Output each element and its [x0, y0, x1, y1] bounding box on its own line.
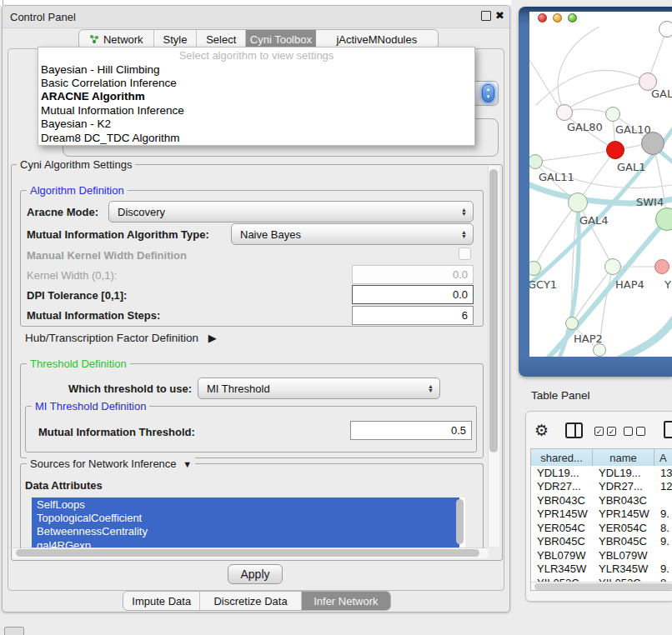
dropdown-item[interactable]: Mutual Information Inference	[38, 103, 474, 117]
list-scrollbar-thumb[interactable]	[456, 499, 464, 544]
table-row[interactable]: YDL19... YDL19... 13	[531, 466, 672, 480]
column-header[interactable]: shared...	[531, 449, 593, 466]
dropdown-item[interactable]: Bayesian - Hill Climbing	[38, 62, 474, 76]
which-threshold-label: Which threshold to use:	[68, 382, 192, 395]
tab-jactivemnodules[interactable]: jActiveMNodules	[316, 30, 438, 48]
network-node-salmon[interactable]	[654, 259, 669, 274]
mi-threshold-field[interactable]: 0.5	[350, 421, 472, 440]
dropdown-item-highlighted[interactable]: ARACNE Algorithm	[38, 90, 474, 103]
list-item-selected[interactable]: SelfLoops	[32, 498, 459, 511]
mi-threshold-label: Mutual Information Threshold:	[38, 426, 195, 438]
tab-cyni-toolbox[interactable]: Cyni Toolbox	[246, 30, 316, 48]
settings-horizontal-scrollbar-thumb[interactable]	[16, 549, 479, 557]
dropdown-item[interactable]: Dream8 DC_TDC Algorithm	[38, 131, 474, 144]
table-row[interactable]: YBR045C YBR045C 9.	[531, 535, 672, 549]
node-label: GAL11	[539, 171, 574, 183]
manual-kernel-width-checkbox[interactable]	[459, 248, 471, 260]
network-node-gal10[interactable]	[605, 107, 620, 122]
data-attributes-list[interactable]: SelfLoops TopologicalCoefficient Between…	[32, 498, 465, 548]
table-row[interactable]: YPR145W YPR145W 9.	[531, 508, 672, 522]
node-label: GCY1	[529, 278, 557, 291]
node-label: GAL	[651, 88, 672, 100]
kernel-width-field[interactable]: 0.0	[352, 265, 474, 284]
network-node-gal80[interactable]	[556, 104, 573, 121]
node-label: SWI4	[636, 196, 664, 208]
table-row[interactable]: YBR043C YBR043C	[531, 493, 672, 508]
dropdown-item[interactable]: Basic Correlation Inference	[38, 76, 474, 89]
node-label: HAP4	[615, 278, 644, 291]
algorithm-definition-title: Algorithm Definition	[27, 184, 128, 197]
which-threshold-combobox[interactable]: MI Threshold ▲▼	[198, 378, 440, 399]
node-label: Y	[664, 278, 671, 291]
table-row[interactable]: YIL052C YIL052C 8	[531, 576, 672, 582]
column-header[interactable]: A	[654, 449, 672, 466]
dropdown-placeholder[interactable]: Select algorithm to view settings	[38, 48, 474, 62]
list-item-selected[interactable]: TopologicalCoefficient	[32, 511, 459, 524]
threshold-definition-title: Threshold Definition	[27, 358, 130, 370]
tab-infer-network[interactable]: Infer Network	[302, 592, 390, 610]
network-node-hap2[interactable]	[565, 317, 579, 330]
columns-icon[interactable]	[565, 422, 583, 438]
combo-stepper-focused[interactable]: ▲▼	[482, 84, 494, 102]
mi-steps-field[interactable]: 6	[352, 306, 474, 325]
tab-discretize-data[interactable]: Discretize Data	[200, 592, 301, 610]
cyni-algorithm-settings-title: Cyni Algorithm Settings	[17, 158, 135, 171]
network-canvas[interactable]: GAL GAL80 GAL10 GAL1 GAL11 GAL4 SWI4 GCY…	[529, 12, 672, 357]
table-row[interactable]: YLR345W YLR345W 9.	[531, 562, 672, 577]
network-node[interactable]	[593, 343, 606, 357]
node-label: HAP2	[574, 332, 603, 345]
mi-algorithm-type-combobox[interactable]: Naive Bayes ▲▼	[231, 223, 474, 245]
settings-vertical-scrollbar-thumb[interactable]	[489, 169, 498, 452]
aracne-mode-label: Aracne Mode:	[27, 206, 98, 218]
network-node-gal4[interactable]	[568, 192, 588, 212]
network-node[interactable]	[659, 21, 672, 38]
network-node-swi4[interactable]	[655, 208, 672, 231]
chevron-up-down-icon: ▲▼	[461, 230, 467, 238]
tab-network-label: Network	[103, 33, 143, 46]
list-item-selected[interactable]: gal4RGexp	[32, 538, 459, 548]
table-body: YDL19... YDL19... 13 YDR27... YDR27... 1…	[531, 466, 672, 582]
node-table: shared... name A YDL19... YDL19... 13 YD…	[530, 448, 672, 591]
tab-impute-data[interactable]: Impute Data	[123, 592, 200, 610]
list-item-selected[interactable]: BetweennessCentrality	[32, 525, 459, 538]
float-icon[interactable]	[481, 11, 491, 21]
select-all-checkboxes-icon[interactable]: ✓✓	[594, 427, 616, 436]
panel-title: Control Panel	[10, 11, 76, 23]
node-label: GAL4	[579, 214, 608, 227]
hub-definition-toggle[interactable]: Hub/Transcription Factor Definition ▶	[25, 332, 217, 344]
node-label: GAL80	[567, 121, 603, 133]
file-icon[interactable]	[664, 421, 672, 438]
aracne-mode-combobox[interactable]: Discovery ▲▼	[108, 201, 474, 222]
sources-title[interactable]: Sources for Network Inference ▼	[27, 458, 195, 470]
network-node-hap4[interactable]	[604, 258, 621, 275]
cyni-mode-tabs: Impute Data Discretize Data Infer Networ…	[123, 591, 391, 611]
table-row[interactable]: YDR27... YDR27... 12	[531, 480, 672, 494]
table-horizontal-scrollbar-thumb[interactable]	[534, 583, 672, 590]
network-icon	[89, 34, 99, 44]
chevron-up-down-icon: ▲▼	[483, 86, 494, 101]
column-header[interactable]: name	[593, 449, 654, 466]
gear-icon[interactable]: ⚙	[534, 421, 549, 440]
minimized-panel-icon[interactable]	[4, 627, 24, 635]
kernel-width-label: Kernel Width (0,1):	[27, 269, 117, 282]
table-row[interactable]: YBL079W YBL079W	[531, 548, 672, 562]
manual-kernel-width-label: Manual Kernel Width Definition	[27, 249, 187, 262]
table-row[interactable]: YER054C YER054C 8.	[531, 521, 672, 535]
dpi-tolerance-label: DPI Tolerance [0,1]:	[27, 289, 127, 302]
chevron-up-down-icon: ▲▼	[461, 208, 467, 216]
dropdown-item[interactable]: Bayesian - K2	[38, 118, 474, 131]
apply-button[interactable]: Apply	[228, 564, 283, 584]
deselect-all-checkboxes-icon[interactable]	[624, 427, 645, 436]
tab-style[interactable]: Style	[154, 30, 198, 48]
table-header-row: shared... name A	[531, 449, 672, 466]
network-node-gal1-red[interactable]	[606, 141, 624, 159]
algorithm-dropdown-popup: Select algorithm to view settings Bayesi…	[38, 47, 475, 146]
application-root: Control Panel ✖ Network Style Select Cyn…	[0, 0, 672, 635]
tab-network[interactable]: Network	[79, 30, 154, 48]
table-panel-title: Table Panel	[531, 389, 590, 402]
tab-select[interactable]: Select	[197, 30, 246, 48]
node-label: GAL10	[615, 123, 651, 136]
dpi-tolerance-field[interactable]: 0.0	[352, 285, 474, 304]
close-icon[interactable]: ✖	[495, 9, 504, 22]
mi-threshold-definition-title: MI Threshold Definition	[32, 400, 149, 412]
